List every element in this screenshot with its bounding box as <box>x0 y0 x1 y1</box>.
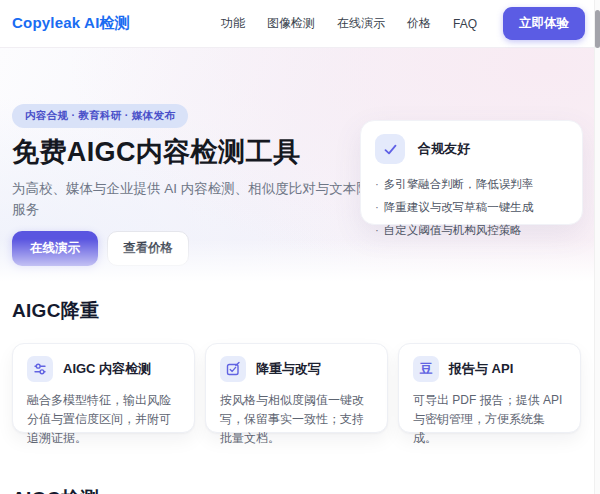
hero-section: 内容合规 · 教育科研 · 媒体发布 免费AIGC内容检测工具 为高校、媒体与企… <box>0 48 594 284</box>
section-title-detect: AIGC检测 <box>12 486 99 494</box>
nav-item-features[interactable]: 功能 <box>221 15 245 32</box>
compliance-card-title: 合规友好 <box>418 140 470 158</box>
hero-subtitle: 为高校、媒体与企业提供 AI 内容检测、相似度比对与文本降重服务 <box>12 178 384 220</box>
top-navbar: Copyleak AI检测 功能 图像检测 在线演示 价格 FAQ 立即体验 <box>0 0 594 48</box>
feature-card-body: 可导出 PDF 报告；提供 API 与密钥管理，方便系统集成。 <box>413 391 566 448</box>
sliders-icon <box>27 356 53 382</box>
edit-check-icon <box>220 356 246 382</box>
pricing-button[interactable]: 查看价格 <box>107 231 189 266</box>
scrollbar-track[interactable] <box>594 0 600 494</box>
cta-button[interactable]: 立即体验 <box>503 7 585 40</box>
feature-card-title: 报告与 API <box>449 360 513 378</box>
nav-item-demo[interactable]: 在线演示 <box>337 15 385 32</box>
check-icon <box>375 134 405 164</box>
feature-card-title: 降重与改写 <box>256 360 321 378</box>
hero-badge: 内容合规 · 教育科研 · 媒体发布 <box>12 104 188 128</box>
aigc-rewrite-section: AIGC降重 AIGC 内容检测 融合多模型特征，输出风险分值与置信度区间，并附… <box>0 284 594 433</box>
nav-item-image-detect[interactable]: 图像检测 <box>267 15 315 32</box>
section-title-rewrite: AIGC降重 <box>12 298 594 324</box>
compliance-bullet: · 降重建议与改写草稿一键生成 <box>375 196 568 219</box>
feature-card-detect: AIGC 内容检测 融合多模型特征，输出风险分值与置信度区间，并附可追溯证据。 <box>12 343 195 433</box>
compliance-card: 合规友好 · 多引擎融合判断，降低误判率 · 降重建议与改写草稿一键生成 · 自… <box>360 120 583 225</box>
feature-cards-row: AIGC 内容检测 融合多模型特征，输出风险分值与置信度区间，并附可追溯证据。 … <box>0 343 594 433</box>
feature-card-rewrite: 降重与改写 按风格与相似度阈值一键改写，保留事实一致性；支持批量文档。 <box>205 343 388 433</box>
compliance-bullet: · 多引擎融合判断，降低误判率 <box>375 173 568 196</box>
feature-card-body: 按风格与相似度阈值一键改写，保留事实一致性；支持批量文档。 <box>220 391 373 448</box>
nav-item-pricing[interactable]: 价格 <box>407 15 431 32</box>
logo[interactable]: Copyleak AI检测 <box>12 14 130 33</box>
page-root: Copyleak AI检测 功能 图像检测 在线演示 价格 FAQ 立即体验 内… <box>0 0 600 494</box>
compliance-card-header: 合规友好 <box>375 134 568 164</box>
report-icon: 豆 <box>413 356 439 382</box>
compliance-bullet: · 自定义阈值与机构风控策略 <box>375 219 568 242</box>
nav-item-faq[interactable]: FAQ <box>453 17 477 31</box>
feature-card-report-api: 豆 报告与 API 可导出 PDF 报告；提供 API 与密钥管理，方便系统集成… <box>398 343 581 433</box>
feature-card-title: AIGC 内容检测 <box>63 360 151 378</box>
feature-card-body: 融合多模型特征，输出风险分值与置信度区间，并附可追溯证据。 <box>27 391 180 448</box>
demo-button[interactable]: 在线演示 <box>12 231 98 266</box>
compliance-bullet-list: · 多引擎融合判断，降低误判率 · 降重建议与改写草稿一键生成 · 自定义阈值与… <box>375 173 568 242</box>
scrollbar-thumb[interactable] <box>595 10 600 48</box>
nav-menu: 功能 图像检测 在线演示 价格 FAQ 立即体验 <box>221 7 585 40</box>
